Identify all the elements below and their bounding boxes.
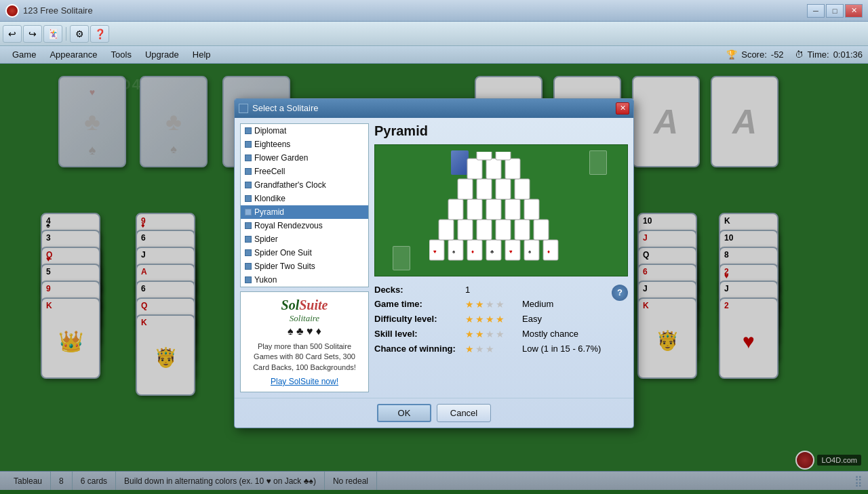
game-item-spider-two[interactable]: Spider Two Suits bbox=[241, 260, 368, 273]
game-list-panel: Diplomat Eighteens Flower Garden Fr bbox=[240, 123, 369, 392]
stat-chance-text: Low (1 in 15 - 6.7%) bbox=[522, 344, 610, 354]
game-item-spider-one[interactable]: Spider One Suit bbox=[241, 246, 368, 260]
menu-appearance[interactable]: Appearance bbox=[43, 46, 104, 63]
stat-decks-value: 1 bbox=[465, 285, 519, 295]
menu-game[interactable]: Game bbox=[5, 46, 43, 63]
skill-stars: ★ ★ ★ ★ bbox=[465, 329, 519, 339]
modal-overlay: Select a Solitaire ✕ Diplomat bbox=[0, 64, 868, 490]
game-icon bbox=[245, 263, 252, 270]
score-value: -52 bbox=[771, 49, 784, 60]
game-icon bbox=[245, 168, 252, 175]
game-area: LO4D.com ♣ ♠ ♥ ♣ ♠ ♣ A A A A 4 ♠ 3 Q bbox=[0, 64, 868, 490]
game-icon bbox=[245, 222, 252, 229]
dstar-2: ★ bbox=[475, 314, 484, 325]
maximize-button[interactable]: □ bbox=[826, 4, 844, 18]
sstar-1: ★ bbox=[465, 329, 474, 339]
svg-rect-14 bbox=[467, 199, 482, 220]
game-item-royal[interactable]: Royal Rendezvous bbox=[241, 219, 368, 232]
cancel-button[interactable]: Cancel bbox=[437, 404, 491, 422]
star-2: ★ bbox=[475, 299, 484, 310]
star-1: ★ bbox=[465, 299, 474, 310]
dialog-title-left: Select a Solitaire bbox=[239, 103, 319, 113]
solsuite-sublogo: Solitaire bbox=[246, 313, 363, 324]
time-label: Time: bbox=[808, 49, 829, 60]
svg-rect-15 bbox=[486, 199, 501, 220]
game-item-spider[interactable]: Spider bbox=[241, 232, 368, 246]
svg-text:♥: ♥ bbox=[433, 249, 437, 255]
solsuite-link[interactable]: Play SolSuite now! bbox=[246, 377, 363, 386]
game-preview: ♥ ♠ ♦ ♣ ♥ ♠ ♦ bbox=[374, 144, 628, 276]
star-3: ★ bbox=[486, 299, 494, 310]
svg-rect-13 bbox=[448, 199, 463, 220]
sstar-2: ★ bbox=[475, 329, 484, 339]
dialog-title: Select a Solitaire bbox=[252, 103, 319, 113]
game-item-flower[interactable]: Flower Garden bbox=[241, 151, 368, 165]
svg-rect-16 bbox=[505, 199, 520, 220]
pyramid-svg: ♥ ♠ ♦ ♣ ♥ ♠ ♦ bbox=[429, 152, 599, 267]
help-button[interactable]: ? bbox=[612, 285, 628, 301]
selected-game-name: Pyramid bbox=[374, 123, 628, 139]
svg-rect-6 bbox=[543, 240, 558, 260]
new-game-button[interactable]: 🃏 bbox=[43, 25, 62, 43]
dstar-4: ★ bbox=[496, 314, 505, 325]
menu-help[interactable]: Help bbox=[186, 46, 218, 63]
close-button[interactable]: ✕ bbox=[845, 4, 863, 18]
toolbar-separator bbox=[66, 27, 66, 41]
svg-text:♦: ♦ bbox=[471, 249, 474, 255]
undo-button[interactable]: ↩ bbox=[3, 25, 22, 43]
menu-upgrade[interactable]: Upgrade bbox=[138, 46, 186, 63]
menu-tools[interactable]: Tools bbox=[104, 46, 138, 63]
svg-rect-25 bbox=[477, 152, 492, 160]
game-item-yukon[interactable]: Yukon bbox=[241, 273, 368, 287]
svg-text:♦: ♦ bbox=[547, 249, 550, 255]
game-item-klondike[interactable]: Klondike bbox=[241, 192, 368, 205]
svg-rect-22 bbox=[467, 159, 482, 179]
help-toolbar-button[interactable]: ❓ bbox=[90, 25, 109, 43]
solsuite-tagline: Play more than 500 Solitaire Games with … bbox=[246, 342, 363, 373]
stat-diff-label: Difficulty level: bbox=[374, 314, 462, 324]
dstar-3: ★ bbox=[486, 314, 494, 325]
solsuite-suits: ♠ ♣ ♥ ♦ bbox=[246, 325, 363, 337]
dialog-titlebar: Select a Solitaire ✕ bbox=[235, 99, 633, 118]
svg-rect-2 bbox=[467, 240, 482, 260]
dialog-footer: OK Cancel bbox=[235, 398, 633, 428]
sstar-4: ★ bbox=[496, 329, 505, 339]
svg-rect-5 bbox=[524, 240, 539, 260]
game-item-eighteens[interactable]: Eighteens bbox=[241, 138, 368, 151]
game-item-pyramid[interactable]: Pyramid bbox=[241, 205, 368, 219]
game-item-diplomat[interactable]: Diplomat bbox=[241, 124, 368, 138]
game-icon bbox=[245, 182, 252, 188]
stat-chance-label: Chance of winning: bbox=[374, 344, 462, 354]
svg-rect-19 bbox=[477, 179, 492, 199]
ok-button[interactable]: OK bbox=[377, 404, 431, 422]
cstar-3: ★ bbox=[486, 344, 494, 354]
svg-rect-23 bbox=[486, 159, 501, 179]
game-icon bbox=[245, 195, 252, 202]
game-stats: ? Decks: 1 Game time: ★ ★ ★ bbox=[374, 282, 628, 357]
app-title: 123 Free Solitaire bbox=[23, 5, 93, 16]
svg-rect-8 bbox=[458, 220, 473, 240]
game-icon bbox=[245, 249, 252, 256]
svg-rect-24 bbox=[505, 159, 520, 179]
game-icon-selected bbox=[245, 209, 252, 215]
settings-button[interactable]: ⚙ bbox=[70, 25, 89, 43]
stat-skill-label: Skill level: bbox=[374, 329, 462, 339]
svg-rect-12 bbox=[534, 220, 549, 240]
svg-rect-9 bbox=[477, 220, 492, 240]
game-item-grandfathers[interactable]: Grandfather's Clock bbox=[241, 178, 368, 192]
game-item-freecell[interactable]: FreeCell bbox=[241, 165, 368, 178]
redo-button[interactable]: ↪ bbox=[23, 25, 42, 43]
titlebar-left: 123 Free Solitaire bbox=[5, 4, 93, 18]
select-solitaire-dialog: Select a Solitaire ✕ Diplomat bbox=[234, 98, 634, 428]
dialog-icon bbox=[239, 104, 248, 113]
cstar-1: ★ bbox=[465, 344, 474, 354]
minimize-button[interactable]: ─ bbox=[807, 4, 825, 18]
titlebar-controls: ─ □ ✕ bbox=[807, 4, 863, 18]
game-list[interactable]: Diplomat Eighteens Flower Garden Fr bbox=[240, 123, 369, 287]
time-area: ⏱ Time: 0:01:36 bbox=[795, 49, 863, 60]
solsuite-logo: SolSuite bbox=[246, 297, 363, 313]
dialog-close-button[interactable]: ✕ bbox=[616, 102, 629, 115]
star-4: ★ bbox=[496, 299, 505, 310]
sstar-3: ★ bbox=[486, 329, 494, 339]
stat-decks-label: Decks: bbox=[374, 285, 462, 295]
